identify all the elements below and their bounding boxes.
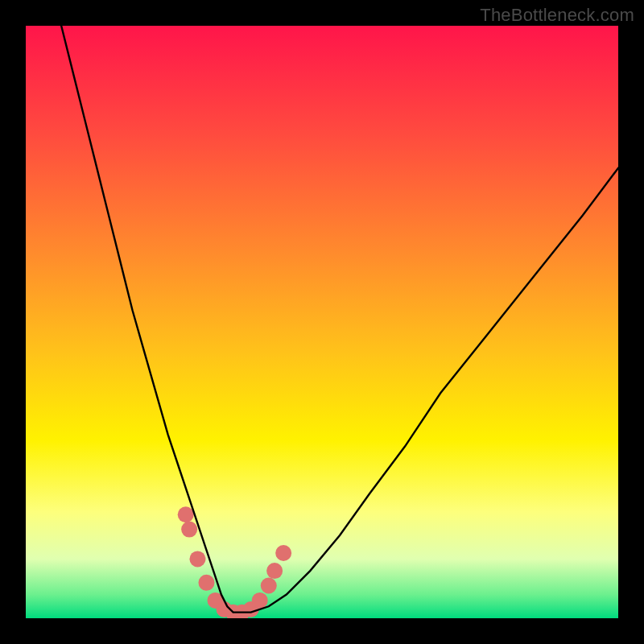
highlight-marker: [275, 545, 291, 561]
highlight-marker: [178, 506, 194, 522]
plot-area: [26, 26, 618, 618]
highlight-marker: [261, 578, 277, 594]
outer-frame: TheBottleneck.com: [0, 0, 644, 644]
highlight-marker: [266, 563, 283, 579]
bottleneck-curve: [61, 26, 618, 613]
highlight-marker: [181, 522, 197, 538]
highlight-marker: [252, 592, 268, 609]
highlight-marker: [189, 551, 205, 567]
highlight-marker: [198, 575, 214, 591]
curve-layer: [26, 26, 618, 618]
watermark-text: TheBottleneck.com: [480, 5, 634, 26]
